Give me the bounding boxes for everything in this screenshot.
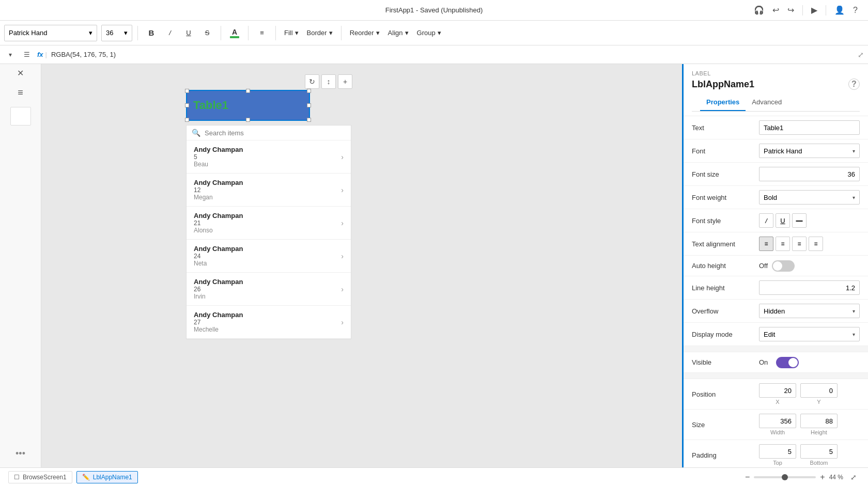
prop-padding-label: Padding	[692, 451, 759, 459]
handle-bl[interactable]	[185, 118, 189, 122]
lbl-tab-label: LblAppName1	[93, 474, 132, 481]
prop-size-row: Size Width Height	[684, 410, 868, 440]
italic-style-btn[interactable]: /	[759, 213, 773, 228]
visible-toggle[interactable]	[776, 357, 799, 368]
font-selector[interactable]: Patrick Hand ▾	[4, 25, 97, 41]
tab-advanced[interactable]: Advanced	[746, 94, 788, 111]
tab-properties[interactable]: Properties	[700, 94, 746, 111]
font-size-selector[interactable]: 36 ▾	[101, 25, 132, 41]
reorder-label: Reorder	[350, 29, 374, 37]
close-sidebar-button[interactable]: ✕	[17, 68, 24, 78]
sidebar-toggle[interactable]: ≡	[4, 84, 37, 101]
font-selector-arrow: ▾	[89, 29, 92, 37]
italic-button[interactable]: /	[162, 25, 178, 41]
padding-bottom-input[interactable]	[800, 444, 838, 459]
label-element[interactable]: Table1	[186, 90, 310, 121]
align-right-btn[interactable]: ≡	[792, 237, 807, 251]
zoom-plus-btn[interactable]: +	[820, 473, 825, 482]
list-item[interactable]: Andy Champan 12 Megan ›	[187, 174, 351, 207]
prop-displaymode-dropdown[interactable]: Edit ▾	[759, 327, 860, 341]
handle-tl[interactable]	[185, 89, 189, 93]
expand-view-btn[interactable]: ⤢	[847, 471, 860, 483]
prop-font-dropdown[interactable]: Patrick Hand ▾	[759, 144, 860, 158]
prop-autoheight-row: Auto height Off	[684, 256, 868, 276]
element-add-btn[interactable]: +	[338, 74, 352, 89]
list-item[interactable]: Andy Champan 21 Alonso ›	[187, 207, 351, 240]
list-item[interactable]: Andy Champan 24 Neta ›	[187, 240, 351, 273]
prop-text-input[interactable]	[759, 120, 860, 135]
prop-overflow-dropdown[interactable]: Hidden ▾	[759, 304, 860, 318]
handle-bm[interactable]	[246, 118, 250, 122]
headset-icon[interactable]: 🎧	[754, 5, 764, 15]
position-inputs: X Y	[759, 383, 860, 405]
align-center-btn[interactable]: ≡	[776, 237, 790, 251]
padding-top-input[interactable]	[759, 444, 796, 459]
size-h-input[interactable]	[800, 414, 838, 428]
align-menu-arrow: ▾	[405, 29, 409, 37]
prop-displaymode-label: Display mode	[692, 331, 759, 338]
pos-x-input[interactable]	[759, 383, 796, 398]
underline-style-btn[interactable]: U	[776, 213, 790, 228]
redo-icon[interactable]: ↪	[787, 5, 794, 15]
autoheight-toggle-thumb	[773, 261, 782, 271]
lbl-tab[interactable]: ✏️ LblAppName1	[76, 471, 138, 483]
formula-expand-btn[interactable]: ▾	[4, 49, 17, 61]
app-preview: ↻ ↕ + Table1	[186, 74, 537, 339]
bold-button[interactable]: B	[143, 25, 160, 41]
zoom-slider[interactable]	[754, 476, 816, 478]
handle-tm[interactable]	[246, 89, 250, 93]
zoom-minus-btn[interactable]: −	[745, 473, 750, 482]
align-left-btn[interactable]: ≡	[759, 237, 773, 251]
padding-top-label: Top	[759, 460, 796, 466]
formula-expand-right[interactable]: ⤢	[858, 51, 864, 59]
panel-component-name: LblAppName1	[692, 79, 754, 90]
list-item[interactable]: Andy Champan 27 Mechelle ›	[187, 306, 351, 339]
play-icon[interactable]: ▶	[811, 5, 817, 15]
pos-y-input[interactable]	[800, 383, 838, 398]
align-justify-btn[interactable]: ≡	[809, 237, 823, 251]
panel-help-icon[interactable]: ?	[848, 79, 860, 90]
element-rotate-btn[interactable]: ↻	[305, 74, 319, 89]
handle-mr[interactable]	[307, 103, 311, 107]
item-chevron-2: ›	[341, 219, 344, 227]
toolbar-div1	[137, 26, 138, 40]
list-item[interactable]: Andy Champan 26 Irvin ›	[187, 273, 351, 306]
item-content-0: Andy Champan 5 Beau	[194, 146, 341, 168]
align-menu-button[interactable]: Align ▾	[385, 25, 412, 41]
handle-tr[interactable]	[307, 89, 311, 93]
strikethrough-button[interactable]: S	[199, 25, 215, 41]
prop-lineheight-input[interactable]	[759, 280, 860, 295]
strikethrough-style-btn[interactable]: —	[792, 213, 807, 228]
sidebar-more-btn[interactable]: •••	[16, 448, 25, 459]
padding-inputs: Top Bottom	[759, 444, 860, 466]
item-sub1-4: 26	[194, 286, 341, 293]
item-content-2: Andy Champan 21 Alonso	[194, 212, 341, 234]
formula-input[interactable]	[51, 48, 854, 62]
formula-fx-btn[interactable]: fx |	[37, 51, 47, 58]
item-chevron-1: ›	[341, 186, 344, 194]
autoheight-toggle[interactable]	[772, 260, 795, 272]
browse-screen-icon: ☐	[14, 474, 20, 481]
user-icon[interactable]: 👤	[834, 5, 845, 15]
reorder-button[interactable]: Reorder ▾	[347, 25, 383, 41]
pos-x-label: X	[759, 399, 796, 405]
list-item[interactable]: Andy Champan 5 Beau ›	[187, 140, 351, 174]
font-color-button[interactable]: A	[226, 25, 243, 41]
size-w-input[interactable]	[759, 414, 796, 428]
handle-br[interactable]	[307, 118, 311, 122]
border-button[interactable]: Border ▾	[304, 25, 336, 41]
search-input[interactable]	[205, 129, 346, 137]
help-icon[interactable]: ?	[853, 6, 858, 15]
prop-fontsize-input[interactable]	[759, 167, 860, 181]
undo-icon[interactable]: ↩	[772, 5, 779, 15]
element-resize-btn[interactable]: ↕	[321, 74, 336, 89]
browse-screen-tab[interactable]: ☐ BrowseScreen1	[8, 471, 72, 483]
fill-button[interactable]: Fill ▾	[281, 25, 302, 41]
handle-ml[interactable]	[185, 103, 189, 107]
item-title-0: Andy Champan	[194, 146, 341, 153]
prop-fontweight-dropdown[interactable]: Bold ▾	[759, 190, 860, 205]
align-button[interactable]: ≡	[254, 25, 270, 41]
formula-menu-btn[interactable]: ☰	[21, 49, 33, 61]
underline-button[interactable]: U	[180, 25, 197, 41]
group-button[interactable]: Group ▾	[414, 25, 444, 41]
